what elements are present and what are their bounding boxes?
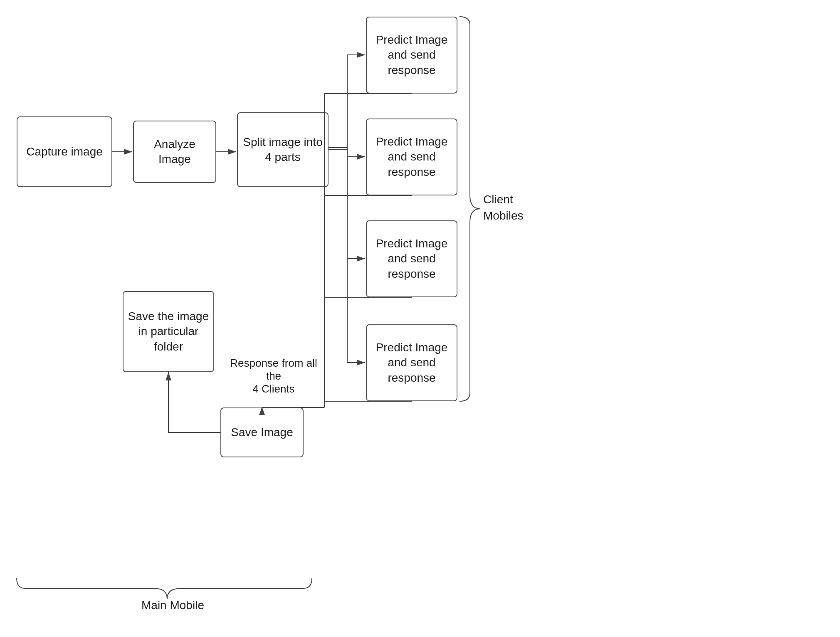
predict1-box: Predict Image and send response (366, 17, 457, 94)
capture-box: Capture image (17, 116, 112, 187)
predict4-box: Predict Image and send response (366, 324, 457, 401)
client-mobiles-label: ClientMobiles (483, 191, 523, 224)
diagram: Capture image Analyze Image Split image … (0, 0, 840, 637)
main-mobile-label: Main Mobile (141, 599, 204, 612)
response-label: Response from all the4 Clients (228, 357, 319, 395)
analyze-box: Analyze Image (133, 121, 216, 183)
predict2-box: Predict Image and send response (366, 119, 457, 195)
split-box: Split image into 4 parts (237, 112, 329, 187)
save-image-box: Save Image (220, 407, 304, 457)
predict3-box: Predict Image and send response (366, 220, 457, 297)
save-folder-box: Save the image in particular folder (123, 291, 214, 372)
